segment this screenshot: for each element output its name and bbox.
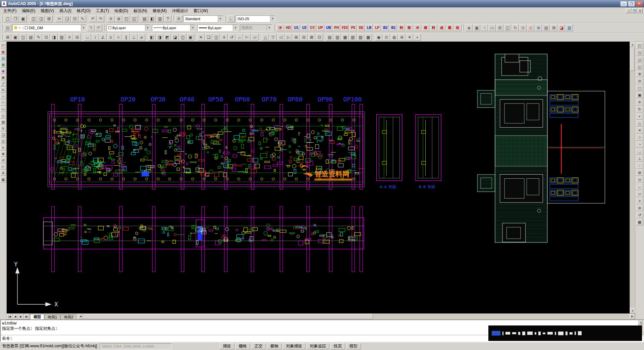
layer-tool-2-icon[interactable]: ◨ [156, 34, 163, 41]
delete-part-icon[interactable]: ⊠ [550, 24, 557, 31]
copy-tool-icon[interactable]: ❏ [0, 132, 6, 138]
scroll-left-icon[interactable]: ◀ [78, 314, 83, 319]
layer-tool-1-icon[interactable]: ◧ [148, 34, 156, 41]
publish-icon[interactable]: ⊞ [45, 15, 53, 22]
insert-tool-8-icon[interactable]: ▥ [58, 34, 65, 41]
strip-layout-icon[interactable]: ▦ [0, 49, 6, 55]
coordinate-readout[interactable]: 36001.7264, 3342.5600, 0.0000 [100, 343, 172, 349]
toolbar-grip[interactable] [1, 25, 2, 31]
insert-tool-9-icon[interactable]: ≡ [66, 34, 73, 41]
snap-node-icon[interactable]: ◦ [636, 162, 643, 169]
title-bar[interactable]: A AutoCAD 2005 - [E:\智恩科技.dwg] ─ ❐ ✕ [0, 0, 644, 7]
modify-tool-4-icon[interactable]: ≡ [220, 34, 228, 41]
dimension-tool-5-icon[interactable]: ≈ [115, 34, 122, 41]
redo-icon[interactable]: ↷ [97, 15, 104, 22]
snap-tool-5-icon[interactable]: ⊞ [292, 34, 300, 41]
zoom-extents-icon[interactable]: ▣ [636, 92, 643, 98]
minimize-button[interactable]: ─ [620, 1, 627, 7]
zoom-out-icon[interactable]: ⊖ [636, 78, 643, 84]
layer-previous-icon[interactable]: ↶ [95, 24, 102, 31]
save-file-icon[interactable]: ▣ [19, 15, 27, 22]
insert-tool-4-icon[interactable]: ▤ [27, 34, 35, 41]
mold-tool-12-button[interactable]: LB [365, 24, 373, 31]
hatch-part-icon[interactable]: ▨ [566, 24, 573, 31]
text-tool-icon[interactable]: A [0, 170, 6, 176]
inquiry-tool-2-icon[interactable]: ⊙ [383, 34, 390, 41]
color-combo[interactable]: ByLayer ▼ [107, 25, 150, 31]
snap-quadrant-icon[interactable]: ◔ [636, 141, 643, 148]
scroll-up-icon[interactable]: ▲ [639, 320, 643, 324]
insert-tool-1-icon[interactable]: ⊞ [4, 34, 11, 41]
die-base-icon[interactable]: ▤ [0, 55, 6, 61]
hscrollbar-track[interactable] [373, 314, 630, 319]
snap-tool-1-icon[interactable]: △ [262, 34, 269, 41]
die-plate-icon[interactable]: ◈ [465, 24, 473, 31]
menu-item-文件(F)[interactable]: 文件(F) [1, 7, 19, 14]
render-tool-2-icon[interactable]: ▥ [334, 34, 341, 41]
insert-tool-10-icon[interactable]: ⊟ [73, 34, 81, 41]
mold-tool-16-button[interactable]: 剥 [397, 24, 405, 31]
menu-item-窗口(W)[interactable]: 窗口(W) [191, 7, 211, 14]
tool-palettes-icon[interactable]: ▥ [156, 15, 164, 22]
snap-tool-2-icon[interactable]: ▽ [269, 34, 277, 41]
check-interference-icon[interactable]: ⊙ [519, 24, 527, 31]
layer-freeze-icon[interactable]: ☀ [18, 26, 21, 30]
scroll-down-icon[interactable]: ▼ [630, 308, 635, 313]
mold-tool-3-button[interactable]: U1 [292, 24, 300, 31]
zoom-window-icon[interactable]: ◰ [636, 42, 643, 49]
toolbar-grip[interactable] [225, 16, 226, 21]
inquiry-tool-6-icon[interactable]: ▪ [414, 34, 421, 41]
trim-tool-icon[interactable]: ⊢ [0, 164, 6, 170]
child-restore-button[interactable]: ❐ [632, 8, 637, 13]
pan-icon[interactable]: ✛ [636, 99, 643, 105]
designcenter-icon[interactable]: ◧ [149, 15, 156, 22]
inquiry-tool-3-icon[interactable]: ◍ [390, 34, 398, 41]
dimension-tool-6-icon[interactable]: ∥ [122, 34, 130, 41]
insert-tool-3-icon[interactable]: ◫ [19, 34, 27, 41]
plot-preview-icon[interactable]: ◲ [38, 15, 45, 22]
layer-lock-icon[interactable]: ▯ [22, 26, 24, 30]
mold-tool-18-button[interactable]: 冲 [414, 24, 421, 31]
render-tool-3-icon[interactable]: ▦ [341, 34, 349, 41]
insert-tool-2-icon[interactable]: ▣ [12, 34, 19, 41]
tab-nav-prev-button[interactable]: ◀ [12, 314, 18, 319]
inquiry-tool-4-icon[interactable]: ⊛ [398, 34, 406, 41]
zoom-in-icon[interactable]: ⊕ [636, 71, 643, 77]
zoom-previous-icon[interactable]: ◱ [130, 15, 138, 22]
area-icon[interactable]: ▱ [636, 190, 643, 197]
render-tool-6-icon[interactable]: ▩ [365, 34, 372, 41]
menu-item-格式(O)[interactable]: 格式(O) [74, 7, 93, 14]
dimension-tool-1-icon[interactable]: ↔ [84, 34, 91, 41]
modify-tool-6-icon[interactable]: ↔ [236, 34, 243, 41]
zoom-dynamic-icon[interactable]: ◳ [636, 49, 643, 56]
punch-edit-icon[interactable]: ▣ [473, 24, 480, 31]
snap-tool-7-icon[interactable]: ⊠ [308, 34, 315, 41]
lineweight-combo[interactable]: ByLayer ▼ [197, 25, 238, 31]
locate-point-icon[interactable]: ⊚ [636, 205, 643, 211]
pan-realtime-icon[interactable]: ✛ [107, 15, 115, 22]
bush-insert-icon[interactable]: ⊕ [535, 24, 542, 31]
insert-tool-5-icon[interactable]: ✎ [35, 34, 42, 41]
toggle-极轴[interactable]: 极轴 [267, 343, 282, 349]
dimension-tool-4-icon[interactable]: ± [107, 34, 114, 41]
tab-模型[interactable]: 模型 [30, 314, 44, 319]
modify-tool-8-icon[interactable]: ▱ [251, 34, 259, 41]
toolbar-grip[interactable] [274, 25, 275, 31]
snap-intersection-icon[interactable]: ✕ [636, 127, 643, 134]
scroll-up-icon[interactable]: ▲ [630, 42, 635, 47]
dimension-tool-7-icon[interactable]: ⊥ [130, 34, 138, 41]
chevron-down-icon[interactable]: ▼ [145, 25, 150, 31]
snap-tool-6-icon[interactable]: ⊟ [300, 34, 308, 41]
inquiry-tool-5-icon[interactable]: ✶ [406, 34, 413, 41]
mold-tool-6-button[interactable]: UP [317, 24, 324, 31]
menu-item-插入(I)[interactable]: 插入(I) [57, 7, 74, 14]
arc-tool-icon[interactable]: ◠ [0, 100, 6, 106]
chevron-down-icon[interactable]: ▼ [270, 16, 275, 22]
menu-item-视图(V)[interactable]: 视图(V) [38, 7, 57, 14]
cut-clip-icon[interactable]: ✂ [56, 15, 63, 22]
list-icon[interactable]: ≡ [636, 198, 643, 204]
snap-tool-3-icon[interactable]: ◁ [277, 34, 284, 41]
chevron-down-icon[interactable]: ▼ [218, 16, 223, 22]
snap-tool-4-icon[interactable]: ▷ [285, 34, 292, 41]
snap-endpoint-icon[interactable]: ▪ [636, 113, 643, 120]
